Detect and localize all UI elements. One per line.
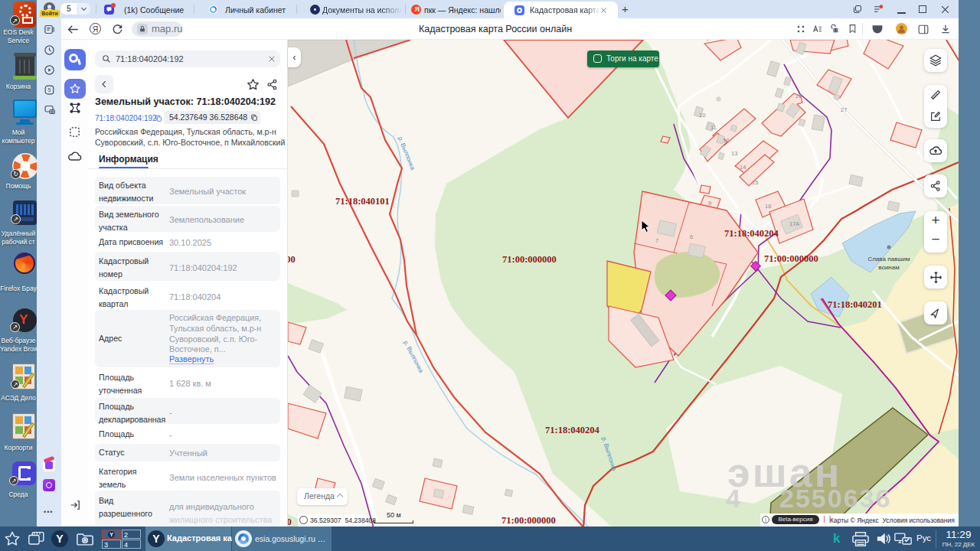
svg-text:71:18:040201: 71:18:040201 [828, 299, 882, 310]
svg-text:12: 12 [723, 137, 729, 144]
svg-text:71:18:040101: 71:18:040101 [335, 196, 390, 207]
svg-text:4: 4 [726, 484, 740, 513]
svg-text:71:00:000000: 71:00:000000 [288, 517, 292, 527]
svg-text:6: 6 [690, 233, 693, 240]
svg-text:7: 7 [655, 237, 658, 244]
svg-text:16: 16 [765, 203, 771, 210]
svg-text:71:00:000000: 71:00:000000 [288, 254, 296, 265]
svg-text:17А: 17А [789, 220, 799, 227]
svg-text:71:00:000000: 71:00:000000 [764, 253, 818, 264]
svg-text:2550636: 2550636 [779, 484, 891, 513]
svg-text:Слава павшим: Слава павшим [867, 256, 910, 262]
svg-text:13: 13 [731, 150, 737, 157]
svg-text:14: 14 [740, 164, 746, 171]
svg-text:10: 10 [699, 112, 705, 119]
svg-text:27: 27 [841, 106, 847, 113]
svg-text:воинам: воинам [878, 264, 899, 271]
svg-text:71:18:040204: 71:18:040204 [724, 228, 779, 239]
svg-text:1: 1 [835, 28, 837, 32]
svg-text:5: 5 [48, 87, 51, 93]
svg-text:20: 20 [795, 93, 802, 99]
svg-text:15: 15 [752, 179, 758, 186]
svg-text:71:00:000000: 71:00:000000 [502, 254, 557, 265]
svg-text:11: 11 [710, 124, 717, 131]
svg-text:9: 9 [708, 200, 711, 207]
svg-text:71:18:040204: 71:18:040204 [545, 425, 600, 435]
svg-text:71:00:000000: 71:00:000000 [501, 515, 556, 526]
